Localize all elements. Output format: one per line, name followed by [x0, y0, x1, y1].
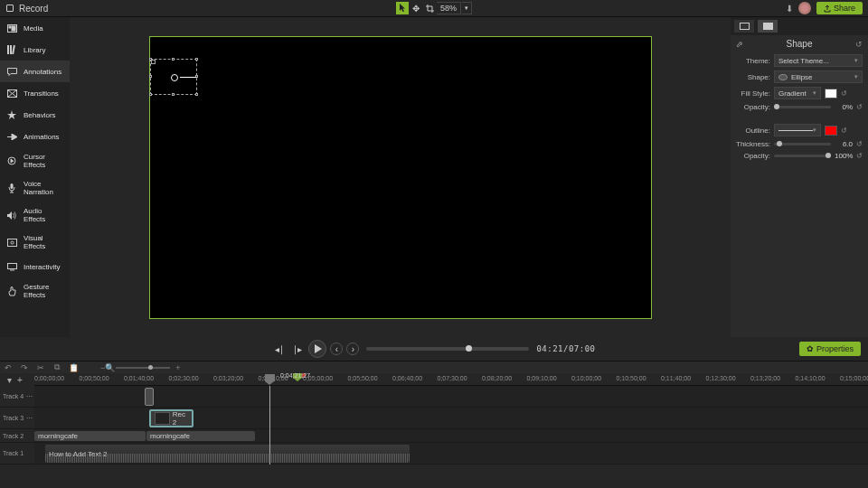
- thickness-value[interactable]: 6.0: [835, 140, 853, 148]
- canvas-area: [70, 17, 731, 337]
- sidebar-label: Visual Effects: [24, 234, 63, 250]
- reset-fill-icon[interactable]: ↺: [841, 89, 847, 98]
- sidebar-item-gesture-effects[interactable]: Gesture Effects: [0, 277, 70, 305]
- outline-opacity-value[interactable]: 100%: [835, 152, 853, 160]
- theme-select[interactable]: Select Theme...▾: [774, 54, 863, 67]
- add-track-button[interactable]: +: [17, 375, 23, 385]
- redo-button[interactable]: ↷: [20, 363, 29, 372]
- reset-fill-opacity-icon[interactable]: ↺: [856, 103, 863, 111]
- outline-style-select[interactable]: ▾: [774, 124, 821, 136]
- shape-selection[interactable]: [150, 59, 197, 95]
- track-body-4[interactable]: [34, 386, 868, 407]
- paste-button[interactable]: 📋: [69, 363, 78, 372]
- ruler-tick: 0;09;10;00: [527, 375, 557, 381]
- timeline-ruler[interactable]: 0;04;21;27 0;00;00;000;00;50;000;01;40;0…: [34, 373, 868, 386]
- crop-tool[interactable]: [423, 2, 436, 14]
- sidebar-item-behaviors[interactable]: Behaviors: [0, 104, 70, 126]
- outline-opacity-slider[interactable]: [774, 155, 831, 157]
- collapse-tracks-button[interactable]: ▾: [7, 375, 12, 385]
- step-back-button[interactable]: ‹: [330, 343, 343, 355]
- prev-frame-button[interactable]: ◂∣: [272, 342, 287, 356]
- timeline-toolbar: ↶ ↷ ✂ ⧉ 📋 −🔍 +: [0, 361, 868, 373]
- cut-button[interactable]: ✂: [36, 363, 45, 372]
- outline-color-swatch[interactable]: [825, 126, 837, 136]
- video-clip[interactable]: Rec 2: [149, 409, 193, 427]
- sidebar-label: Gesture Effects: [24, 283, 63, 299]
- track-body-1[interactable]: How to Add Text 2: [34, 443, 868, 464]
- audio-clip-1[interactable]: morningcafe: [34, 431, 146, 441]
- fill-color-swatch[interactable]: [825, 89, 837, 99]
- sidebar-item-visual-effects[interactable]: Visual Effects: [0, 229, 70, 256]
- svg-rect-4: [10, 45, 12, 54]
- copy-button[interactable]: ⧉: [52, 363, 61, 372]
- sidebar-item-animations[interactable]: Animations: [0, 126, 70, 147]
- ruler-tick: 0;12;30;00: [706, 375, 736, 381]
- undo-button[interactable]: ↶: [4, 363, 13, 372]
- download-icon[interactable]: ⬇: [786, 4, 793, 14]
- zoom-dropdown[interactable]: ▾: [462, 2, 472, 14]
- annotation-clip[interactable]: [145, 388, 154, 406]
- ruler-tick: 0;06;40;00: [392, 375, 422, 381]
- reset-panel-icon[interactable]: ↺: [855, 40, 863, 49]
- move-tool[interactable]: ✥: [410, 2, 422, 14]
- preview-canvas[interactable]: [149, 36, 652, 319]
- main-clip[interactable]: How to Add Text 2: [45, 445, 410, 463]
- cursor-tool[interactable]: [396, 2, 409, 14]
- fill-opacity-label: Opacity:: [736, 103, 770, 111]
- reset-thickness-icon[interactable]: ↺: [856, 140, 863, 148]
- timeline-zoom-slider[interactable]: [116, 367, 170, 369]
- audio-clip-2[interactable]: morningcafe: [146, 431, 255, 441]
- tab-video[interactable]: [734, 20, 754, 33]
- svg-rect-2: [12, 26, 15, 31]
- svg-point-10: [11, 241, 14, 244]
- avatar[interactable]: [798, 2, 811, 14]
- seek-thumb[interactable]: [466, 345, 472, 352]
- tab-shape[interactable]: [758, 20, 778, 33]
- ellipse-annotation[interactable]: [171, 74, 178, 81]
- timeline: ▾ + 0;04;21;27 0;00;00;000;00;50;000;01;…: [0, 373, 868, 488]
- sidebar-item-library[interactable]: Library: [0, 39, 70, 61]
- sidebar-item-audio-effects[interactable]: Audio Effects: [0, 202, 70, 229]
- sidebar-label: Media: [24, 24, 43, 33]
- track-menu-button[interactable]: ⋯: [26, 393, 33, 400]
- track-menu-button[interactable]: ⋯: [26, 415, 33, 422]
- sidebar-item-interactivity[interactable]: Interactivity: [0, 256, 70, 277]
- zoom-in-button[interactable]: +: [174, 363, 183, 372]
- playhead[interactable]: [269, 386, 270, 465]
- ruler-tick: 0;08;20;00: [482, 375, 512, 381]
- share-label: Share: [834, 4, 855, 13]
- sidebar-item-cursor-effects[interactable]: Cursor Effects: [0, 147, 70, 174]
- voice-icon: [6, 183, 17, 193]
- fill-opacity-value[interactable]: 0%: [835, 103, 853, 111]
- track-2: Track 2 morningcafe morningcafe: [0, 429, 868, 443]
- sidebar-item-transitions[interactable]: Transitions: [0, 82, 70, 104]
- fill-style-select[interactable]: Gradient▾: [774, 87, 821, 99]
- share-button[interactable]: Share: [816, 2, 863, 14]
- seek-bar[interactable]: [366, 347, 529, 351]
- next-frame-button[interactable]: ∣▸: [290, 342, 305, 356]
- reset-outline-opacity-icon[interactable]: ↺: [856, 152, 863, 160]
- reset-outline-icon[interactable]: ↺: [841, 127, 847, 135]
- ruler-tick: 0;05;00;00: [303, 375, 333, 381]
- sidebar-label: Animations: [24, 133, 60, 141]
- properties-button[interactable]: ✿Properties: [799, 342, 861, 356]
- record-button[interactable]: Record: [19, 4, 48, 14]
- zoom-value[interactable]: 58%: [437, 2, 461, 14]
- track-body-2[interactable]: morningcafe morningcafe: [34, 429, 868, 442]
- track-1: Track 1 How to Add Text 2: [0, 443, 868, 465]
- sidebar-item-media[interactable]: Media: [0, 17, 70, 39]
- sidebar-label: Behaviors: [24, 111, 56, 119]
- play-button[interactable]: [308, 340, 326, 358]
- sidebar-item-annotations[interactable]: Annotations: [0, 61, 70, 82]
- track-body-3[interactable]: Rec 2: [34, 408, 868, 428]
- thickness-slider[interactable]: [774, 143, 831, 145]
- zoom-out-button[interactable]: −🔍: [103, 363, 112, 372]
- ruler-tick: 0;10;00;00: [571, 375, 601, 381]
- fill-opacity-slider[interactable]: [774, 106, 831, 108]
- step-forward-button[interactable]: ›: [346, 343, 359, 355]
- sidebar-item-voice-narration[interactable]: Voice Narration: [0, 174, 70, 202]
- media-icon: [6, 23, 17, 33]
- shape-select[interactable]: Ellipse▾: [774, 70, 863, 83]
- track-label: Track 3: [3, 415, 24, 421]
- ruler-tick: 0;15;00;00: [840, 375, 868, 381]
